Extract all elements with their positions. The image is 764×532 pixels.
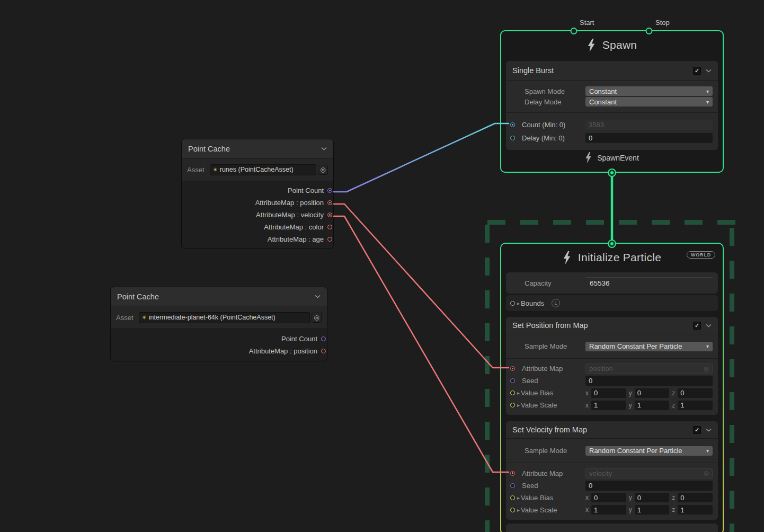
attribute-map-input-port[interactable] (510, 366, 515, 371)
node-title: Point Cache (117, 292, 310, 301)
spawn-node[interactable]: Spawn Single Burst ✓ Spawn Mode Constant… (500, 30, 724, 173)
node-header[interactable]: Point Cache (111, 287, 327, 306)
attributemap-age-output-port[interactable] (327, 237, 332, 242)
value-scale-x-field[interactable]: 1 (591, 401, 626, 410)
expander-icon[interactable]: ▸ (517, 402, 520, 408)
node-title: Spawn (602, 39, 637, 51)
delay-mode-dropdown[interactable]: Constant ▾ (585, 97, 713, 107)
expander-icon[interactable]: ▸ (517, 507, 520, 513)
value-bias-label: Value Bias (521, 389, 585, 397)
asset-label: Asset (187, 166, 205, 174)
attributemap-velocity-output-port[interactable] (327, 212, 332, 217)
attribute-map-field: velocity ◎ (585, 468, 713, 478)
sample-mode-dropdown[interactable]: Random Constant Per Particle ▾ (585, 446, 713, 456)
node-header[interactable]: Point Cache (182, 139, 333, 158)
attribute-map-input-port[interactable] (510, 471, 515, 476)
value-bias-x-field[interactable]: 0 (591, 388, 626, 398)
sample-mode-dropdown[interactable]: Random Constant Per Particle ▾ (585, 342, 713, 351)
chevron-down-icon[interactable] (706, 428, 712, 432)
value-bias-z-field[interactable]: 0 (678, 388, 713, 398)
value-scale-z-field[interactable]: 1 (678, 505, 713, 515)
value-scale-z-field[interactable]: 1 (678, 401, 713, 410)
set-velocity-from-map-block[interactable]: Set Velocity from Map ✓ Sample Mode Rand… (506, 421, 718, 520)
attribute-map-label: Attribute Map (522, 365, 585, 373)
axis-y-label: y (629, 389, 632, 397)
seed-field[interactable]: 0 (585, 481, 713, 491)
object-picker-button[interactable]: ◎ (318, 165, 328, 175)
value-bias-y-field[interactable]: 0 (635, 388, 670, 398)
world-space-badge[interactable]: WORLD (687, 251, 715, 259)
point-count-output-port[interactable] (321, 336, 326, 341)
value-scale-label: Value Scale (521, 401, 585, 409)
dropdown-arrow-icon: ▾ (706, 343, 709, 349)
value-bias-z-field[interactable]: 0 (678, 493, 713, 502)
sample-mode-value: Random Constant Per Particle (589, 447, 682, 455)
point-cache-planet-node[interactable]: Point Cache Asset ✶ intermediate-planet-… (110, 287, 327, 361)
delay-input-port[interactable] (510, 136, 515, 140)
block-title: Set Velocity from Map (512, 425, 693, 434)
spawn-mode-dropdown[interactable]: Constant ▾ (585, 86, 713, 96)
delay-field[interactable]: 0 (585, 133, 713, 143)
expander-icon[interactable]: ▸ (517, 390, 520, 396)
local-space-badge[interactable]: L (552, 299, 560, 307)
bounds-row: ▸ Bounds L (506, 295, 718, 311)
seed-input-port[interactable] (510, 483, 515, 488)
chevron-down-icon[interactable] (706, 324, 712, 327)
initialize-particle-node[interactable]: Initialize Particle WORLD Capacity 65536… (500, 243, 724, 532)
block-enabled-checkbox[interactable]: ✓ (693, 426, 701, 434)
capacity-field[interactable]: 65536 (585, 278, 713, 289)
position-sphere-block[interactable]: Position (Sphere) ✓ (506, 524, 718, 532)
output-label: AttributeMap : color (264, 223, 324, 231)
bounds-label: Bounds (521, 299, 544, 307)
value-bias-input-port[interactable] (510, 391, 515, 395)
delay-mode-value: Constant (589, 98, 617, 106)
chevron-down-icon[interactable] (321, 147, 327, 150)
asset-object-field[interactable]: ✶ runes (PointCacheAsset) (210, 164, 316, 175)
stop-flow-label: Stop (655, 19, 670, 26)
dropdown-arrow-icon: ▾ (706, 88, 709, 94)
value-scale-input-port[interactable] (510, 403, 515, 407)
attribute-map-value: velocity (589, 469, 612, 477)
value-bias-x-field[interactable]: 0 (591, 493, 626, 502)
output-row: AttributeMap : position (111, 345, 327, 357)
node-title: Point Cache (188, 145, 316, 153)
block-enabled-checkbox[interactable]: ✓ (693, 322, 701, 330)
value-bias-y-field[interactable]: 0 (635, 493, 670, 502)
expander-icon[interactable]: ▸ (517, 300, 520, 306)
edge-velocity-to-setvelocity[interactable] (334, 216, 509, 472)
attributemap-position-output-port[interactable] (321, 349, 326, 353)
value-scale-y-field[interactable]: 1 (635, 401, 670, 410)
value-scale-input-port[interactable] (510, 508, 515, 512)
count-field: 3583 (585, 120, 713, 130)
asset-object-field[interactable]: ✶ intermediate-planet-64k (PointCacheAss… (139, 312, 310, 323)
attributemap-color-output-port[interactable] (327, 225, 332, 229)
value-scale-y-field[interactable]: 1 (635, 505, 670, 515)
edge-pointcount-to-count[interactable] (334, 123, 509, 192)
axis-x-label: x (585, 506, 589, 513)
expander-icon[interactable]: ▸ (517, 495, 520, 501)
capacity-block: Capacity 65536 (506, 272, 718, 294)
value-scale-x-field[interactable]: 1 (591, 505, 626, 515)
chevron-down-icon[interactable] (315, 295, 321, 298)
block-enabled-checkbox[interactable]: ✓ (693, 67, 701, 75)
edge-position-to-setposition[interactable] (334, 204, 509, 368)
attributemap-position-output-port[interactable] (327, 200, 332, 205)
single-burst-block[interactable]: Single Burst ✓ Spawn Mode Constant ▾ Del… (506, 61, 718, 150)
point-cache-runes-node[interactable]: Point Cache Asset ✶ runes (PointCacheAss… (181, 139, 334, 249)
chevron-down-icon[interactable] (706, 69, 712, 73)
value-bias-input-port[interactable] (510, 495, 515, 500)
vfx-graph-canvas[interactable]: Spawn Single Burst ✓ Spawn Mode Constant… (0, 0, 764, 532)
dropdown-arrow-icon: ▾ (706, 448, 709, 454)
count-input-port[interactable] (510, 122, 515, 127)
dropdown-arrow-icon: ▾ (706, 99, 709, 105)
output-row: Point Count (111, 333, 327, 345)
spawn-event-output[interactable]: SpawnEvent (501, 152, 723, 163)
attribute-map-label: Attribute Map (522, 469, 585, 477)
set-position-from-map-block[interactable]: Set Position from Map ✓ Sample Mode Rand… (506, 317, 718, 415)
object-picker-button[interactable]: ◎ (312, 313, 322, 323)
point-count-output-port[interactable] (327, 188, 332, 193)
axis-x-label: x (585, 402, 589, 409)
seed-field[interactable]: 0 (585, 376, 713, 386)
seed-input-port[interactable] (510, 378, 515, 383)
bounds-input-port[interactable] (510, 301, 515, 306)
